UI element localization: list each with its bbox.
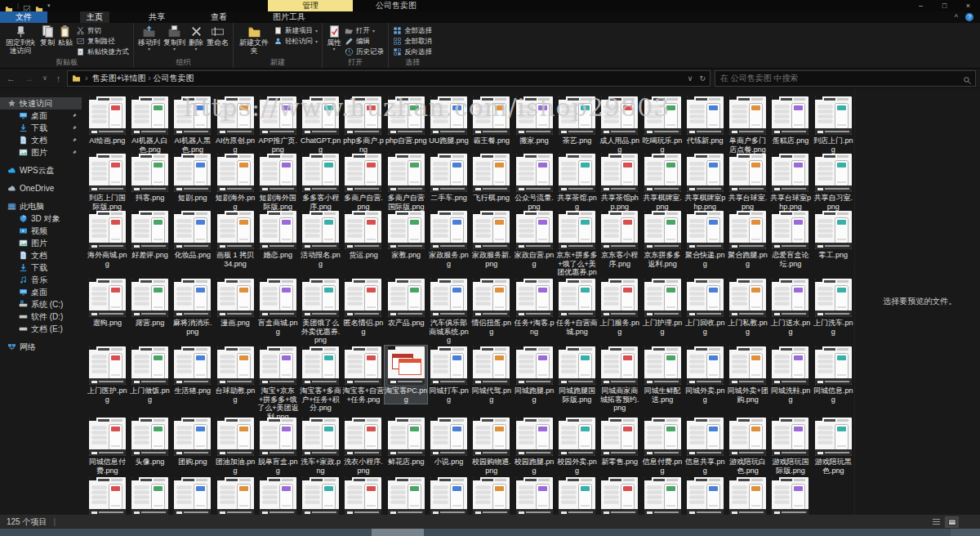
sidebar-item[interactable]: OneDrive (0, 182, 82, 194)
file-item[interactable]: AI仿原创.png (214, 96, 256, 154)
file-item[interactable]: 同城洗鞋.png (769, 346, 812, 404)
file-item[interactable]: APP推广页.png (256, 96, 299, 154)
file-item[interactable]: 上门医护.png (86, 346, 128, 404)
file-item[interactable]: 团油加油.png (214, 417, 256, 475)
file-item[interactable]: 共享自习室.png (812, 153, 854, 211)
file-item[interactable]: 众包兼职.png (599, 476, 641, 515)
file-item[interactable]: php多商户.png (342, 96, 385, 154)
file-item[interactable]: 同城跑腿国际版.png (555, 346, 598, 404)
file-item[interactable]: 货运.png (342, 210, 385, 260)
file-item[interactable]: 信息共享.png (684, 417, 726, 475)
file-item[interactable]: 洗衣小程序.png (342, 417, 385, 475)
minimize-button[interactable]: – (909, 0, 933, 11)
file-item[interactable]: php自营.png (385, 96, 427, 145)
file-item[interactable]: 淘宝客PC.png (385, 346, 427, 404)
search-icon[interactable] (963, 74, 972, 83)
file-item[interactable]: 家政服务.png (427, 210, 470, 268)
ribbon-tab-3[interactable]: 查看 (204, 11, 234, 23)
file-item[interactable]: 单商户多门店点餐.png (726, 96, 768, 154)
file-item[interactable]: 淘宝+京东+拼多多+饿了么+美团返利.png (256, 346, 299, 421)
help-icon[interactable]: ? (965, 13, 973, 21)
file-item[interactable]: 到店上门.png (812, 96, 854, 154)
file-item[interactable]: 漫画.png (214, 278, 256, 328)
up-icon[interactable]: ↑ (54, 74, 64, 83)
tab-file[interactable]: 文件 (0, 11, 47, 23)
ribbon-button[interactable]: 新建项目▾ (272, 25, 319, 36)
properties-check-icon[interactable] (23, 2, 31, 10)
file-item[interactable]: 语聊.png (86, 476, 128, 515)
file-item[interactable]: 活动报名.png (299, 210, 341, 268)
file-item[interactable]: 聚合跑腿.png (726, 210, 768, 268)
file-item[interactable]: 淘宝客+自营+任务.png (342, 346, 385, 404)
file-item[interactable]: 校园跑腿.png (513, 417, 555, 475)
file-item[interactable]: 同城信息付费.png (86, 417, 128, 475)
ribbon-button[interactable]: 粘贴 (56, 24, 74, 48)
file-item[interactable]: 新零售.png (599, 417, 641, 467)
ribbon-button[interactable]: 复制到▾ (162, 24, 187, 52)
recent-locations-icon[interactable]: ∨ (40, 74, 50, 82)
file-item[interactable]: 预约服务.png (214, 476, 256, 515)
file-item[interactable]: 游戏陪玩白色.png (726, 417, 768, 475)
file-item[interactable]: 汽车俱乐部商城系统.png (427, 278, 470, 345)
file-item[interactable]: 智慧社区.png (513, 476, 555, 515)
sidebar-item[interactable]: 下载 (0, 261, 82, 274)
file-item[interactable]: 语聊+陪玩.png (128, 476, 171, 515)
file-item[interactable]: 团购.png (172, 417, 214, 467)
ribbon-tab-1[interactable]: 主页 (80, 11, 109, 23)
file-item[interactable]: 预约陪诊.png (256, 476, 299, 515)
file-item[interactable]: 共享棋牌室php.png (684, 153, 726, 211)
sidebar-item[interactable]: 3D 对象 (0, 212, 82, 225)
ribbon-button[interactable]: 属性▾ (325, 24, 343, 52)
file-item[interactable]: 婚恋.png (256, 210, 299, 260)
file-item[interactable]: 上门护理.png (641, 278, 684, 336)
ribbon-button[interactable]: 编辑 (343, 36, 385, 47)
file-item[interactable]: 自营商城.png (726, 476, 768, 515)
file-item[interactable]: 游戏陪玩国际版.png (769, 417, 812, 475)
file-item[interactable]: 海外商城.png (86, 210, 128, 268)
file-item[interactable]: 麻将消消乐.png (172, 278, 214, 336)
sidebar-item[interactable]: 视频 (0, 225, 82, 237)
sidebar-item[interactable]: 文档 (0, 134, 82, 146)
ribbon-button[interactable]: 粘贴快捷方式 (74, 47, 131, 57)
file-item[interactable]: 短剧.png (172, 153, 214, 203)
file-item[interactable]: 化妆品.png (172, 210, 214, 260)
file-item[interactable]: 共享台球室.png (726, 153, 768, 211)
file-item[interactable]: 鲜花店.png (385, 417, 427, 467)
file-item[interactable]: 美团饿了么外卖优惠券.png (299, 278, 341, 345)
breadcrumb-item[interactable]: 公司售卖图 (153, 74, 194, 83)
file-item[interactable]: 洗车+家政.png (299, 417, 341, 475)
file-item[interactable]: 共享茶馆php.png (599, 153, 641, 211)
ribbon-button[interactable]: 剪切 (74, 25, 131, 36)
ribbon-button[interactable]: 反向选择 (391, 47, 434, 57)
breadcrumb-item[interactable]: 售卖图+详情图 (92, 74, 146, 83)
sidebar-item[interactable]: 桌面 (0, 286, 82, 298)
ribbon-button[interactable]: 全部选择 (391, 25, 434, 36)
file-item[interactable]: 云酒馆.png (342, 476, 385, 515)
contextual-tab-manage[interactable]: 管理 (268, 0, 353, 11)
file-item[interactable]: 上门回收.png (684, 278, 726, 336)
file-item[interactable]: 情侣扭蛋.png (470, 278, 513, 336)
file-item[interactable]: 蛋糕店.png (769, 96, 812, 145)
file-item[interactable]: 上门做饭.png (128, 346, 171, 404)
file-item[interactable]: 家政自营.png (513, 210, 555, 268)
file-item[interactable]: 家教.png (385, 210, 427, 260)
ribbon-button[interactable]: 重命名 (205, 24, 230, 48)
details-view-button[interactable] (929, 516, 943, 528)
ribbon-button[interactable]: 新建文件夹 (236, 24, 272, 56)
file-item[interactable]: 代练新.png (684, 96, 726, 145)
file-item[interactable]: 任务+自营商城.png (555, 278, 598, 336)
file-item[interactable]: 共享茶馆.png (555, 153, 598, 211)
file-item[interactable]: 盲盒商城.png (256, 278, 299, 336)
file-item[interactable]: AI机器人黑色.png (172, 96, 214, 154)
file-item[interactable]: 淘宝客+多商户+任务+积分.png (299, 346, 341, 413)
file-item[interactable]: 公众号流量.png (513, 153, 555, 211)
file-item[interactable]: 家政服务新.png (470, 210, 513, 268)
ribbon-button[interactable]: 历史记录 (343, 47, 385, 57)
file-item[interactable]: 校园购物通.png (470, 417, 513, 475)
address-bar[interactable]: › 售卖图+详情图 › 公司售卖图 ∨ ↻ (67, 70, 710, 87)
file-item[interactable]: 露营.png (128, 278, 171, 328)
file-item[interactable]: 资源付费1.png (684, 476, 726, 515)
sidebar-item[interactable]: 图片 (0, 146, 82, 159)
file-item[interactable]: 同城生鲜配送.png (641, 346, 684, 404)
file-item[interactable]: 校园外卖.png (555, 417, 598, 475)
